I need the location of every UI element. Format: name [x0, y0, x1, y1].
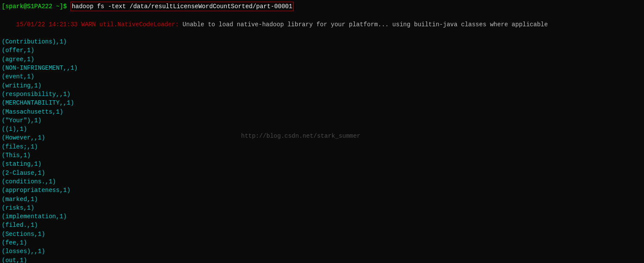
list-item: (implementation,1) [0, 212, 644, 221]
command: hadoop fs -text /data/resultLicenseWordC… [71, 2, 294, 11]
list-item: (This,1) [0, 151, 644, 160]
command-line: [spark@S1PA222 ~]$ hadoop fs -text /data… [0, 2, 644, 11]
list-item: (writing,1) [0, 81, 644, 90]
warn-line: 15/01/22 14:21:33 WARN util.NativeCodeLo… [0, 11, 644, 37]
list-item: (MERCHANTABILITY,,1) [0, 99, 644, 107]
list-item: (marked,1) [0, 195, 644, 204]
list-item: (appropriateness,1) [0, 186, 644, 195]
output-lines: (Contributions),1)(offer,1)(agree,1)(NON… [0, 37, 644, 263]
list-item: (fee,1) [0, 238, 644, 247]
list-item: (agree,1) [0, 55, 644, 64]
list-item: (stating,1) [0, 160, 644, 168]
list-item: (responsibility,,1) [0, 90, 644, 99]
prompt: [spark@S1PA222 ~]$ [2, 2, 71, 11]
list-item: (filed.,1) [0, 221, 644, 229]
warn-message: Unable to load native-hadoop library for… [183, 21, 548, 28]
list-item: (risks,1) [0, 204, 644, 212]
list-item: ("Your"),1) [0, 116, 644, 125]
list-item: (files;,1) [0, 142, 644, 151]
list-item: (NON-INFRINGEMENT,,1) [0, 64, 644, 72]
list-item: (Massachusetts,1) [0, 108, 644, 116]
list-item: (losses),,1) [0, 247, 644, 256]
list-item: (Sections,1) [0, 230, 644, 238]
warn-prefix: 15/01/22 14:21:33 WARN util.NativeCodeLo… [16, 21, 183, 28]
terminal-window: [spark@S1PA222 ~]$ hadoop fs -text /data… [0, 0, 644, 263]
list-item: (out,1) [0, 256, 644, 263]
list-item: (offer,1) [0, 46, 644, 55]
list-item: (Contributions),1) [0, 37, 644, 46]
list-item: ((i),1) [0, 125, 644, 133]
list-item: (However,,1) [0, 133, 644, 142]
list-item: (2-Clause,1) [0, 169, 644, 177]
list-item: (conditions.,1) [0, 177, 644, 186]
list-item: (event,1) [0, 72, 644, 81]
